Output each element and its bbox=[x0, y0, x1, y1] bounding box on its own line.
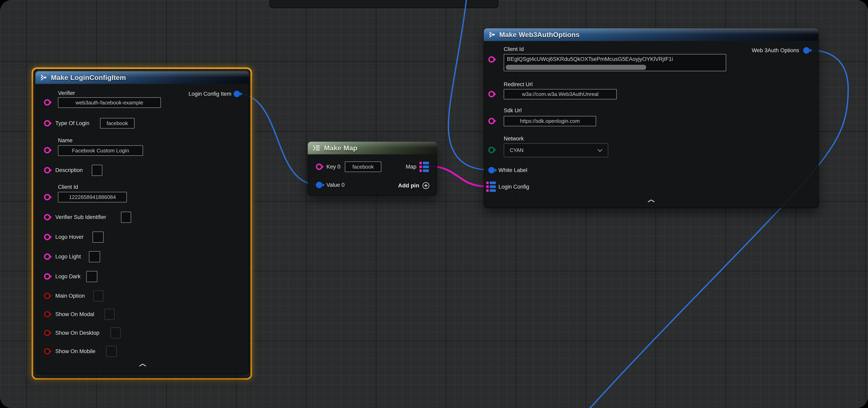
logo-dark-label: Logo Dark bbox=[55, 274, 81, 279]
show-on-mobile-checkbox[interactable] bbox=[106, 346, 117, 357]
node-header[interactable]: Make LoginConfigItem bbox=[35, 71, 249, 84]
pin-key-0[interactable] bbox=[316, 164, 322, 170]
node-make-map[interactable]: Make Map Key 0 facebook Map Value 0 Add … bbox=[308, 142, 437, 196]
node-make-loginconfigitem[interactable]: Make LoginConfigItem Login Config Item V… bbox=[35, 71, 249, 374]
key-0-label: Key 0 bbox=[327, 164, 340, 170]
collapse-advanced-button[interactable] bbox=[138, 363, 147, 368]
node-header[interactable]: Make Web3AuthOptions bbox=[484, 28, 818, 41]
network-selected-value: CYAN bbox=[510, 147, 524, 153]
logo-hover-label: Logo Hover bbox=[55, 234, 84, 240]
name-input[interactable]: Facebook Custom Login bbox=[58, 145, 143, 156]
output-pin-label: Login Config Item bbox=[188, 91, 231, 97]
pin-web3auth-options-out[interactable] bbox=[803, 47, 810, 54]
network-dropdown[interactable]: CYAN bbox=[504, 143, 608, 157]
pin-name[interactable] bbox=[44, 147, 51, 154]
main-option-checkbox[interactable] bbox=[93, 291, 103, 301]
pin-logo-hover[interactable] bbox=[44, 234, 51, 240]
show-on-desktop-checkbox[interactable] bbox=[111, 328, 121, 338]
show-on-mobile-label: Show On Mobile bbox=[55, 349, 95, 354]
pin-main-option[interactable] bbox=[44, 293, 51, 299]
main-option-label: Main Option bbox=[55, 293, 85, 299]
make-struct-icon bbox=[40, 74, 47, 81]
pin-description[interactable] bbox=[44, 167, 51, 173]
pin-show-on-desktop[interactable] bbox=[44, 330, 51, 336]
pin-redirect-url[interactable] bbox=[488, 91, 495, 97]
redirect-url-input[interactable]: w3a://com.w3a.Web3AuthUnreal bbox=[504, 89, 617, 99]
pin-show-on-modal[interactable] bbox=[44, 311, 51, 317]
sdk-url-label: Sdk Url bbox=[504, 108, 522, 113]
client-id-input[interactable]: 1222658941886084 bbox=[58, 192, 127, 202]
type-of-login-label: Type Of Login bbox=[55, 121, 89, 126]
add-pin-plus-icon bbox=[422, 182, 430, 190]
pin-verifier-sub-identifier[interactable] bbox=[44, 214, 51, 220]
show-on-modal-checkbox[interactable] bbox=[104, 309, 115, 320]
redirect-url-label: Redirect Url bbox=[504, 82, 533, 87]
pin-value-0[interactable] bbox=[316, 182, 322, 188]
client-id-scrollbar[interactable] bbox=[506, 65, 646, 70]
show-on-desktop-label: Show On Desktop bbox=[55, 330, 99, 336]
node-title: Make Map bbox=[324, 144, 358, 152]
blueprint-graph-canvas[interactable]: Make LoginConfigItem Login Config Item V… bbox=[0, 0, 868, 408]
collapse-advanced-button[interactable] bbox=[647, 199, 655, 204]
pin-show-on-mobile[interactable] bbox=[44, 348, 51, 354]
pin-white-label[interactable] bbox=[488, 167, 495, 173]
logo-light-label: Logo Light bbox=[55, 254, 81, 260]
pin-type-of-login[interactable] bbox=[44, 120, 51, 127]
node-title: Make Web3AuthOptions bbox=[499, 31, 580, 39]
logo-hover-input[interactable] bbox=[93, 232, 103, 243]
chevron-down-icon bbox=[597, 149, 602, 152]
make-struct-icon bbox=[488, 31, 496, 38]
logo-light-input[interactable] bbox=[89, 251, 100, 262]
pin-network[interactable] bbox=[488, 147, 495, 153]
value-0-label: Value 0 bbox=[327, 182, 345, 188]
verifier-input[interactable]: web3auth-facebook-example bbox=[58, 97, 161, 108]
show-on-modal-label: Show On Modal bbox=[55, 312, 94, 317]
pin-client-id[interactable] bbox=[44, 194, 51, 200]
network-label: Network bbox=[504, 136, 524, 141]
make-map-icon bbox=[312, 145, 320, 151]
pin-logo-dark[interactable] bbox=[44, 273, 51, 280]
sdk-url-input[interactable]: https://sdk.openlogin.com bbox=[504, 116, 596, 126]
type-of-login-input[interactable]: facebook bbox=[100, 118, 134, 129]
pin-sdk-url[interactable] bbox=[488, 118, 495, 124]
key-0-input[interactable]: facebook bbox=[345, 162, 381, 172]
verifier-sub-identifier-input[interactable] bbox=[121, 212, 131, 223]
pin-login-config[interactable] bbox=[486, 181, 496, 193]
white-label-label: White Label bbox=[498, 168, 527, 173]
logo-dark-input[interactable] bbox=[86, 271, 97, 282]
login-config-label: Login Config bbox=[498, 184, 529, 190]
description-input[interactable] bbox=[92, 165, 102, 176]
wire-top-to-white-label[interactable] bbox=[448, 0, 489, 170]
client-id-label: Client Id bbox=[504, 46, 524, 52]
output-pin-label: Web 3Auth Options bbox=[752, 48, 799, 53]
pin-client-id[interactable] bbox=[488, 56, 495, 63]
node-make-web3authoptions[interactable]: Make Web3AuthOptions Web 3Auth Options C… bbox=[484, 28, 818, 208]
name-label: Name bbox=[58, 138, 72, 143]
add-pin-button[interactable]: Add pin bbox=[398, 182, 430, 190]
pin-logo-light[interactable] bbox=[44, 253, 51, 260]
verifier-label: Verifier bbox=[58, 91, 75, 96]
map-output-label: Map bbox=[406, 164, 416, 170]
add-pin-label: Add pin bbox=[398, 182, 419, 189]
description-label: Description bbox=[55, 168, 83, 173]
offscreen-node-bottom[interactable] bbox=[270, 0, 498, 8]
pin-map-out[interactable] bbox=[420, 161, 429, 173]
client-id-label: Client Id bbox=[58, 184, 78, 190]
pin-login-config-item-out[interactable] bbox=[234, 91, 240, 97]
node-header[interactable]: Make Map bbox=[308, 142, 437, 155]
node-title: Make LoginConfigItem bbox=[51, 74, 126, 81]
pin-verifier[interactable] bbox=[44, 99, 51, 106]
verifier-sub-identifier-label: Verifier Sub Identifier bbox=[55, 214, 106, 220]
